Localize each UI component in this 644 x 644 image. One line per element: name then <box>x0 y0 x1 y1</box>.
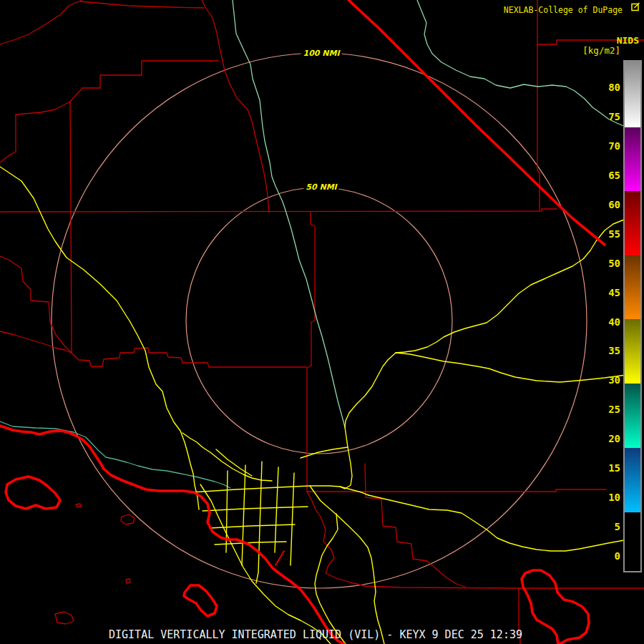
highway-spur <box>275 551 284 565</box>
colorbar-segment-blue <box>625 448 640 512</box>
colorbar-segment-red <box>625 191 640 255</box>
colorbar-tick-label: 20 <box>596 433 620 444</box>
road-line <box>315 514 346 644</box>
road-line <box>275 467 278 552</box>
road-line <box>301 447 348 458</box>
county-line <box>72 348 306 367</box>
county-line <box>80 1 204 8</box>
colorbar-units: [kg/m2] <box>582 45 620 56</box>
colorbar-tick-label: 55 <box>596 228 620 240</box>
colorbar-segment-yellow <box>625 319 640 383</box>
colorbar-tick-label: 10 <box>596 492 620 503</box>
colorbar-title: NIDS <box>617 35 639 46</box>
road-line <box>369 495 624 551</box>
island-outline <box>126 579 130 583</box>
ring-label-100nmi: 100 NMI <box>301 49 341 58</box>
ring-label-50nmi: 50 NMI <box>303 182 338 192</box>
county-line <box>537 0 540 210</box>
roads <box>0 167 626 644</box>
road-line <box>203 507 308 511</box>
base-map <box>0 0 644 644</box>
colorbar-tick-label: 45 <box>596 287 620 298</box>
rivers <box>0 0 625 488</box>
colorbar-segment-white <box>625 62 640 127</box>
product-title: DIGITAL VERTICALLY INTEGRATED LIQUID (VI… <box>109 628 522 641</box>
county-line <box>0 256 72 353</box>
radar-image: 100 NMI 50 NMI NEXLAB-College of DuPage … <box>0 0 644 644</box>
county-line <box>365 464 465 587</box>
county-line <box>202 0 269 212</box>
county-line <box>70 102 72 353</box>
road-line <box>340 427 352 489</box>
colorbar-tick-label: 35 <box>596 345 620 356</box>
colorbar <box>623 60 642 572</box>
island-outline-thick <box>184 585 217 616</box>
island-outline <box>76 504 82 507</box>
colorbar-tick-label: 70 <box>596 140 620 152</box>
county-line <box>0 61 218 162</box>
county-line <box>0 331 72 353</box>
colorbar-segment-orange <box>625 255 640 319</box>
road-line <box>396 353 626 382</box>
colorbar-tick-label: 60 <box>596 199 620 210</box>
colorbar-segment-magenta <box>625 127 640 191</box>
range-rings <box>52 53 587 588</box>
county-boundaries <box>0 0 644 644</box>
island-outline-thick <box>522 570 589 644</box>
county-line <box>0 0 82 44</box>
colorbar-segment-black <box>625 512 640 571</box>
square-diagonal-icon <box>631 2 640 11</box>
island-outline <box>121 514 135 525</box>
colorbar-tick-label: 75 <box>596 111 620 122</box>
colorbar-tick-label: 65 <box>596 170 620 181</box>
road-line <box>396 220 624 353</box>
range-ring-50nmi <box>186 187 452 454</box>
colorbar-tick-label: 40 <box>596 316 620 328</box>
river-line <box>417 0 625 127</box>
road-line <box>242 465 245 565</box>
road-line <box>0 167 199 509</box>
colorbar-tick-label: 80 <box>596 82 620 93</box>
county-line <box>0 209 557 212</box>
colorbar-tick-label: 0 <box>596 550 620 562</box>
colorbar-tick-label: 25 <box>596 404 620 415</box>
highway-line <box>348 0 605 245</box>
colorbar-tick-label: 5 <box>596 521 620 532</box>
road-line <box>345 353 396 427</box>
county-line <box>307 492 644 588</box>
colorbar-tick-label: 15 <box>596 462 620 474</box>
river-line <box>233 0 345 427</box>
colorbar-segment-teal <box>625 384 640 448</box>
island-outline <box>55 612 74 624</box>
credit-text: NEXLAB-College of DuPage <box>504 5 623 15</box>
county-line <box>307 212 315 492</box>
highway-line <box>0 426 344 644</box>
island-outline-thick <box>6 477 60 509</box>
highways <box>0 0 605 644</box>
colorbar-tick-label: 50 <box>596 258 620 269</box>
colorbar-tick-label: 30 <box>596 374 620 386</box>
road-line <box>216 449 252 476</box>
range-ring-100nmi <box>52 53 587 588</box>
